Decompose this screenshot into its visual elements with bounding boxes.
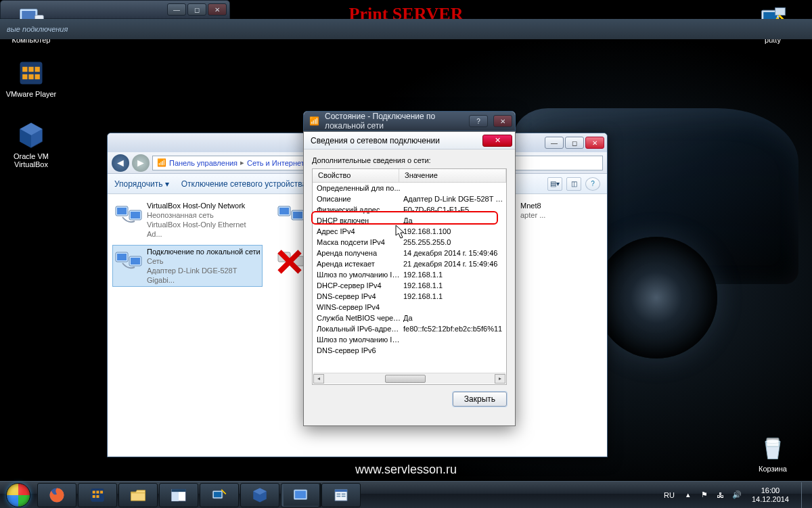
adapter-status: Сеть [147, 256, 261, 266]
detail-row[interactable]: Аренда истекает21 декабря 2014 г. 15:49:… [313, 258, 506, 269]
desktop-icon-vmware[interactable]: VMware Player [5, 58, 57, 98]
taskbar-network-dialog[interactable] [321, 483, 361, 507]
desktop-icon-virtualbox[interactable]: Oracle VM VirtualBox [5, 120, 57, 168]
close-button[interactable]: ✕ [493, 115, 512, 127]
svg-rect-20 [117, 254, 127, 260]
column-property[interactable]: Свойство [313, 169, 399, 182]
listview-header[interactable]: Свойство Значение [313, 169, 506, 183]
svg-rect-1 [22, 11, 35, 20]
detail-property: Физический адрес [313, 204, 401, 215]
detail-row[interactable]: DHCP-сервер IPv4192.168.1.1 [313, 280, 506, 291]
network-adapter-item[interactable]: VMНеVir [275, 200, 302, 240]
detail-row[interactable]: Физический адресF0-7D-68-C1-F1-F5 [313, 204, 506, 215]
svg-rect-27 [93, 490, 95, 493]
desktop-icon-label: VMware Player [5, 90, 57, 98]
close-button[interactable]: ✕ [585, 137, 604, 149]
view-mode-button[interactable]: ▤▾ [547, 177, 562, 191]
start-button[interactable] [0, 482, 37, 509]
show-desktop-button[interactable] [801, 482, 808, 508]
tray-clock[interactable]: 16:00 14.12.2014 [748, 486, 793, 504]
detail-row[interactable]: DNS-сервер IPv6 [313, 345, 506, 356]
detail-row[interactable]: Аренда получена14 декабря 2014 г. 15:49:… [313, 248, 506, 258]
help-button[interactable]: ? [469, 115, 488, 127]
minimize-button[interactable]: — [167, 3, 186, 16]
taskbar-vmware[interactable] [78, 483, 117, 507]
detail-value: 192.168.1.1 [401, 291, 506, 302]
svg-rect-43 [342, 493, 346, 494]
svg-rect-40 [335, 489, 347, 491]
detail-value: 192.168.1.100 [401, 226, 506, 237]
detail-value: Адаптер D-Link DGE-528T Gigabit Ethern [401, 193, 506, 204]
maximize-button[interactable]: ◻ [187, 3, 206, 16]
chevron-right-icon: ▸ [240, 158, 244, 167]
virtualbox-icon [16, 120, 46, 150]
detail-row[interactable]: Служба NetBIOS через...Да [313, 313, 506, 323]
svg-rect-16 [279, 208, 289, 214]
scroll-left-arrow[interactable]: ◂ [313, 374, 324, 384]
detail-row[interactable]: Адрес IPv4192.168.1.100 [313, 226, 506, 237]
tray-volume-icon[interactable]: 🔊 [731, 490, 742, 501]
svg-rect-44 [342, 495, 346, 497]
detail-property: Описание [313, 193, 401, 204]
detail-row[interactable]: WINS-сервер IPv4 [313, 302, 506, 313]
breadcrumb-a[interactable]: Панель управления [169, 159, 238, 167]
detail-row[interactable]: ОписаниеАдаптер D-Link DGE-528T Gigabit … [313, 193, 506, 204]
disable-device-button[interactable]: Отключение сетевого устройства [181, 179, 307, 189]
detail-row[interactable]: Определенный для по... [313, 183, 506, 193]
adapter-name: VirtualBox Host-Only Network [147, 201, 261, 210]
network-adapter-item-selected[interactable]: Подключение по локальной сетиСетьАдаптер… [113, 246, 262, 286]
tray-network-icon[interactable]: 🖧 [715, 490, 726, 501]
taskbar-explorer-window[interactable] [281, 483, 320, 507]
window-connection-status: 📶 Состояние - Подключение по локальной с… [303, 111, 516, 131]
adapter-device: VirtualBox Host-Only Ethernet Ad... [147, 220, 261, 239]
desktop-icon-recycle[interactable]: Корзина [747, 433, 798, 473]
detail-row[interactable]: Шлюз по умолчанию IP... [313, 334, 506, 345]
nav-forward-button[interactable]: ► [132, 154, 150, 172]
language-indicator[interactable]: RU [661, 490, 677, 501]
scroll-right-arrow[interactable]: ▸ [495, 374, 505, 384]
detail-row[interactable]: DNS-сервер IPv4192.168.1.1 [313, 291, 506, 302]
svg-rect-41 [337, 493, 341, 494]
detail-property: DNS-сервер IPv6 [313, 345, 401, 356]
detail-row[interactable]: Шлюз по умолчанию IP...192.168.1.1 [313, 269, 506, 280]
taskbar-totalcmd[interactable] [159, 483, 198, 507]
detail-row[interactable]: DHCP включенДа [313, 215, 506, 226]
network-adapter-item[interactable]: VirtualBox Host-Only NetworkНеопознанная… [113, 200, 262, 240]
close-dialog-button[interactable]: Закрыть [453, 392, 507, 407]
preview-pane-button[interactable]: ◫ [566, 177, 581, 191]
dialog-title: Сведения о сетевом подключении [311, 136, 440, 145]
svg-rect-28 [96, 490, 99, 493]
scroll-thumb[interactable] [385, 375, 426, 383]
dialog-titlebar[interactable]: Сведения о сетевом подключении ✕ [304, 132, 515, 149]
close-button[interactable]: ✕ [482, 135, 512, 147]
tray-show-hidden-icon[interactable]: ▴ [683, 490, 694, 501]
titlebar[interactable]: 📶 Состояние - Подключение по локальной с… [304, 112, 515, 131]
horizontal-scrollbar[interactable]: ◂ ▸ [313, 373, 505, 384]
detail-property: DHCP-сервер IPv4 [313, 280, 401, 291]
network-adapter-item[interactable]: Mnet8apter ... [519, 200, 600, 240]
breadcrumb-b[interactable]: Сеть и Интернет [247, 159, 304, 167]
taskbar-putty[interactable] [200, 483, 239, 507]
minimize-button[interactable]: — [545, 137, 564, 149]
nav-back-button[interactable]: ◄ [112, 154, 129, 172]
svg-rect-29 [100, 490, 103, 493]
maximize-button[interactable]: ◻ [565, 137, 584, 149]
tray-action-center-icon[interactable]: ⚑ [699, 490, 710, 501]
svg-rect-14 [131, 212, 140, 218]
svg-rect-30 [93, 495, 95, 498]
disabled-x-icon [275, 248, 304, 275]
taskbar-virtualbox[interactable] [240, 483, 279, 507]
detail-row[interactable]: Локальный IPv6-адрес...fe80::fc52:12bf:e… [313, 323, 506, 334]
network-adapter-item[interactable]: По2Се [275, 246, 302, 286]
taskbar-firefox[interactable] [37, 483, 76, 507]
details-listview[interactable]: Свойство Значение Определенный для по...… [312, 168, 507, 385]
detail-row[interactable]: Маска подсети IPv4255.255.255.0 [313, 237, 506, 248]
column-value[interactable]: Значение [399, 169, 506, 182]
detail-value [401, 183, 506, 193]
detail-value: 192.168.1.1 [401, 269, 506, 280]
taskbar-explorer[interactable] [118, 483, 158, 507]
close-button[interactable]: ✕ [208, 3, 227, 16]
help-button[interactable]: ? [585, 177, 600, 191]
svg-rect-42 [337, 495, 341, 497]
organize-menu[interactable]: Упорядочить ▾ [114, 179, 169, 189]
